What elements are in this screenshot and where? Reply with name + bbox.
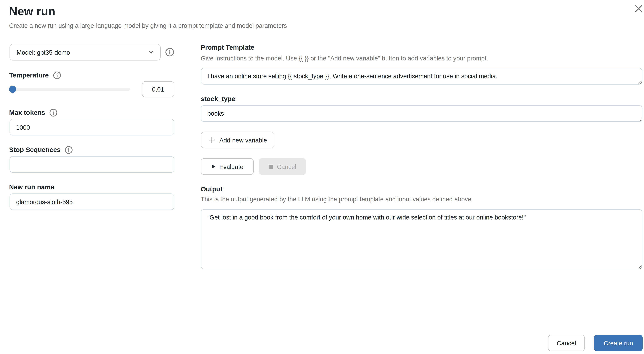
max-tokens-label-row: Max tokens: [9, 109, 58, 117]
footer-cancel-label: Cancel: [557, 339, 576, 346]
stop-sequences-label: Stop Sequences: [9, 146, 60, 154]
temperature-slider-knob[interactable]: [9, 86, 16, 93]
create-run-button[interactable]: Create run: [594, 335, 643, 351]
prompt-template-input[interactable]: I have an online store selling {{ stock_…: [201, 68, 642, 85]
add-new-variable-button[interactable]: Add new variable: [201, 132, 274, 148]
temperature-label-row: Temperature: [9, 71, 61, 80]
close-button[interactable]: [633, 3, 644, 14]
cancel-evaluate-label: Cancel: [277, 163, 296, 170]
prompt-template-description: Give instructions to the model. Use {{ }…: [201, 55, 642, 62]
close-icon: [634, 4, 643, 13]
page-subtitle: Create a new run using a large-language …: [9, 22, 287, 29]
page-title: New run: [9, 5, 56, 18]
chevron-down-icon: [148, 49, 154, 56]
cancel-evaluate-button[interactable]: Cancel: [259, 158, 306, 175]
model-select[interactable]: Model: gpt35-demo: [10, 44, 160, 61]
max-tokens-label: Max tokens: [9, 109, 45, 116]
plus-icon: [208, 136, 216, 144]
stop-sequences-input[interactable]: [10, 156, 174, 173]
output-description: This is the output generated by the LLM …: [201, 196, 642, 203]
add-new-variable-label: Add new variable: [219, 137, 267, 144]
max-tokens-input[interactable]: [10, 119, 174, 135]
prompt-template-label: Prompt Template: [201, 44, 254, 51]
stop-sequences-info-icon[interactable]: [65, 146, 73, 154]
new-run-name-label-row: New run name: [9, 184, 54, 191]
new-run-name-label: New run name: [9, 184, 54, 191]
new-run-dialog: New run Create a new run using a large-l…: [0, 0, 644, 354]
temperature-label: Temperature: [9, 72, 49, 79]
output-textarea[interactable]: "Get lost in a good book from the comfor…: [201, 209, 642, 269]
temperature-info-icon[interactable]: [53, 71, 61, 80]
model-select-value: Model: gpt35-demo: [16, 49, 70, 56]
output-label: Output: [201, 186, 222, 193]
new-run-name-input[interactable]: [10, 193, 174, 210]
evaluate-button[interactable]: Evaluate: [201, 158, 254, 175]
variable-label-row: stock_type: [201, 95, 235, 103]
footer-cancel-button[interactable]: Cancel: [548, 335, 585, 351]
temperature-value-input[interactable]: [142, 81, 174, 97]
variable-value-input[interactable]: books: [201, 105, 642, 122]
output-heading: Output: [201, 186, 222, 193]
max-tokens-info-icon[interactable]: [49, 109, 58, 117]
stop-icon: [268, 164, 273, 169]
create-run-label: Create run: [604, 339, 633, 346]
play-icon: [211, 164, 216, 169]
model-info-icon[interactable]: [165, 48, 174, 57]
evaluate-label: Evaluate: [219, 163, 244, 170]
temperature-slider[interactable]: [9, 88, 130, 91]
variable-name-label: stock_type: [201, 95, 235, 103]
prompt-template-heading: Prompt Template: [201, 44, 254, 51]
stop-sequences-label-row: Stop Sequences: [9, 146, 73, 154]
